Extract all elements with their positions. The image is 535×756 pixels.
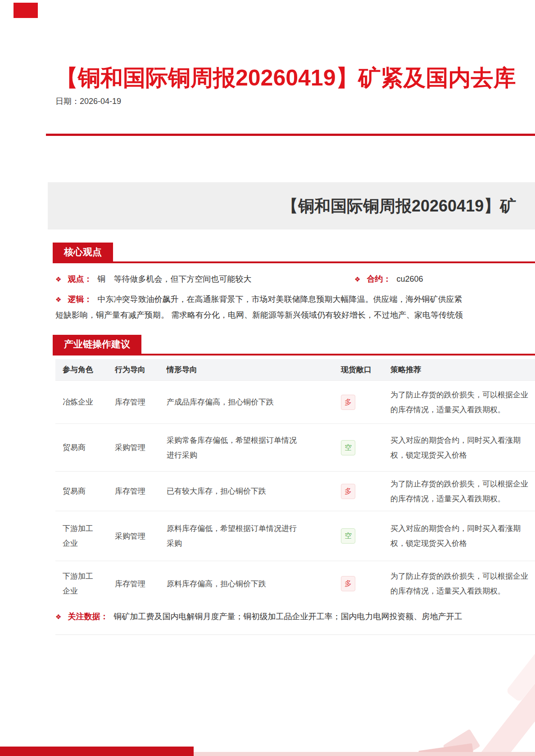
header-behavior: 行为导向 bbox=[115, 359, 167, 380]
diamond-bullet-icon: ❖ bbox=[55, 613, 61, 621]
cell-exposure: 空 bbox=[336, 528, 390, 544]
document-banner: 【铜和国际铜周报20260419】矿 bbox=[48, 182, 535, 230]
cell-strategy: 为了防止存货的跌价损失，可以根据企业的库存情况，适量买入看跌期权。 bbox=[390, 387, 531, 417]
logic-line-1: ❖逻辑：中东冲突导致油价飙升，在高通胀背景下，市场对美联储降息预期大幅降温。供应… bbox=[55, 292, 535, 307]
cell-behavior: 采购管理 bbox=[115, 440, 167, 455]
cell-role: 下游加工企业 bbox=[63, 521, 115, 551]
diamond-bullet-icon: ❖ bbox=[55, 296, 61, 303]
top-left-red-block bbox=[14, 3, 38, 18]
cell-behavior: 库存管理 bbox=[115, 484, 167, 499]
logic-label: 逻辑： bbox=[68, 295, 92, 304]
table-row: 贸易商 采购管理 采购常备库存偏低，希望根据订单情况进行采购 空 买入对应的期货… bbox=[55, 423, 535, 471]
cell-situation: 原料库存偏低，希望根据订单情况进行采购 bbox=[167, 521, 336, 551]
cell-strategy: 买入对应的期货合约，同时买入看涨期权，锁定现货买入价格 bbox=[390, 433, 531, 463]
exposure-badge-long: 多 bbox=[341, 395, 355, 410]
report-date: 日期：2026-04-19 bbox=[55, 96, 121, 107]
banner-title: 【铜和国际铜周报20260419】矿 bbox=[48, 182, 535, 230]
table-row: 贸易商 库存管理 已有较大库存，担心铜价下跌 多 为了防止存货的跌价损失，可以根… bbox=[55, 471, 535, 511]
cell-behavior: 采购管理 bbox=[115, 529, 167, 544]
contract-value: cu2606 bbox=[396, 274, 423, 284]
exposure-badge-long: 多 bbox=[341, 484, 355, 499]
cell-strategy: 为了防止存货的跌价损失，可以根据企业的库存情况，适量买入看跌期权。 bbox=[390, 569, 531, 598]
viewpoint-label: 观点： bbox=[68, 274, 92, 284]
cell-role: 贸易商 bbox=[63, 484, 115, 499]
advice-table: 参与角色 行为导向 情形导向 现货敞口 策略推荐 冶炼企业 库存管理 产成品库存… bbox=[55, 359, 535, 606]
watch-data-label: 关注数据： bbox=[68, 612, 108, 621]
cell-role: 冶炼企业 bbox=[63, 395, 115, 410]
logic-text-1: 中东冲突导致油价飙升，在高通胀背景下，市场对美联储降息预期大幅降温。供应端，海外… bbox=[97, 295, 462, 304]
table-header-row: 参与角色 行为导向 情形导向 现货敞口 策略推荐 bbox=[55, 359, 535, 380]
exposure-badge-long: 多 bbox=[341, 576, 355, 591]
cell-situation: 已有较大库存，担心铜价下跌 bbox=[167, 484, 336, 499]
cell-situation: 采购常备库存偏低，希望根据订单情况进行采购 bbox=[167, 433, 336, 463]
cell-exposure: 多 bbox=[336, 576, 390, 591]
table-row: 冶炼企业 库存管理 产成品库存偏高，担心铜价下跌 多 为了防止存货的跌价损失，可… bbox=[55, 380, 535, 423]
viewpoint-item: ❖观点：铜 等待做多机会，但下方空间也可能较大 bbox=[55, 274, 251, 284]
viewpoint-text: 铜 等待做多机会，但下方空间也可能较大 bbox=[97, 274, 251, 284]
watch-data-text: 铜矿加工费及国内电解铜月度产量；铜初级加工品企业开工率；国内电力电网投资额、房地… bbox=[113, 612, 462, 621]
section-tag-industry: 产业链操作建议 bbox=[53, 335, 141, 354]
logic-line-2: 短缺影响，铜产量有减产预期。 需求略有分化，电网、新能源等新兴领域仍有较好增长，… bbox=[55, 307, 535, 323]
watch-data-row: ❖关注数据：铜矿加工费及国内电解铜月度产量；铜初级加工品企业开工率；国内电力电网… bbox=[55, 608, 535, 625]
cell-role: 贸易商 bbox=[63, 440, 115, 455]
exposure-badge-short: 空 bbox=[341, 528, 355, 544]
cell-strategy: 买入对应的期货合约，同时买入看涨期权，锁定现货买入价格 bbox=[390, 521, 531, 551]
section-heading-core: 核心观点 bbox=[53, 243, 535, 263]
cell-exposure: 多 bbox=[336, 484, 390, 499]
bottom-divider bbox=[55, 634, 535, 635]
report-page: 【铜和国际铜周报20260419】矿紧及国内去库 日期：2026-04-19 【… bbox=[0, 0, 535, 756]
viewpoint-contract-row: ❖观点：铜 等待做多机会，但下方空间也可能较大 ❖合约：cu2606 bbox=[55, 274, 535, 287]
contract-label: 合约： bbox=[367, 274, 391, 284]
section-heading-industry: 产业链操作建议 bbox=[53, 335, 535, 356]
header-role: 参与角色 bbox=[63, 359, 115, 380]
cell-behavior: 库存管理 bbox=[115, 576, 167, 591]
logic-paragraph: ❖逻辑：中东冲突导致油价飙升，在高通胀背景下，市场对美联储降息预期大幅降温。供应… bbox=[55, 292, 535, 324]
cell-strategy: 为了防止存货的跌价损失，可以根据企业的库存情况，适量买入看跌期权。 bbox=[390, 477, 531, 506]
contract-item: ❖合约：cu2606 bbox=[354, 274, 423, 284]
cell-situation: 产成品库存偏高，担心铜价下跌 bbox=[167, 395, 336, 410]
table-row: 下游加工企业 采购管理 原料库存偏低，希望根据订单情况进行采购 空 买入对应的期… bbox=[55, 511, 535, 561]
header-strategy: 策略推荐 bbox=[390, 359, 531, 380]
cell-behavior: 库存管理 bbox=[115, 395, 167, 410]
title-divider bbox=[46, 134, 535, 136]
header-situation: 情形导向 bbox=[167, 359, 336, 380]
exposure-badge-short: 空 bbox=[341, 440, 355, 455]
section-tag-core: 核心观点 bbox=[53, 243, 113, 261]
page-title: 【铜和国际铜周报20260419】矿紧及国内去库 bbox=[55, 64, 535, 92]
header-exposure: 现货敞口 bbox=[336, 359, 390, 380]
table-row: 下游加工企业 库存管理 原料库存偏高，担心铜价下跌 多 为了防止存货的跌价损失，… bbox=[55, 561, 535, 606]
cell-situation: 原料库存偏高，担心铜价下跌 bbox=[167, 576, 336, 591]
cell-role: 下游加工企业 bbox=[63, 569, 115, 598]
diamond-bullet-icon: ❖ bbox=[354, 275, 360, 283]
diamond-bullet-icon: ❖ bbox=[55, 275, 61, 283]
footer-pink-band bbox=[194, 752, 535, 756]
watermark-stroke bbox=[478, 643, 535, 756]
cell-exposure: 多 bbox=[336, 395, 390, 410]
cell-exposure: 空 bbox=[336, 440, 390, 455]
footer-red-strip bbox=[0, 747, 194, 756]
